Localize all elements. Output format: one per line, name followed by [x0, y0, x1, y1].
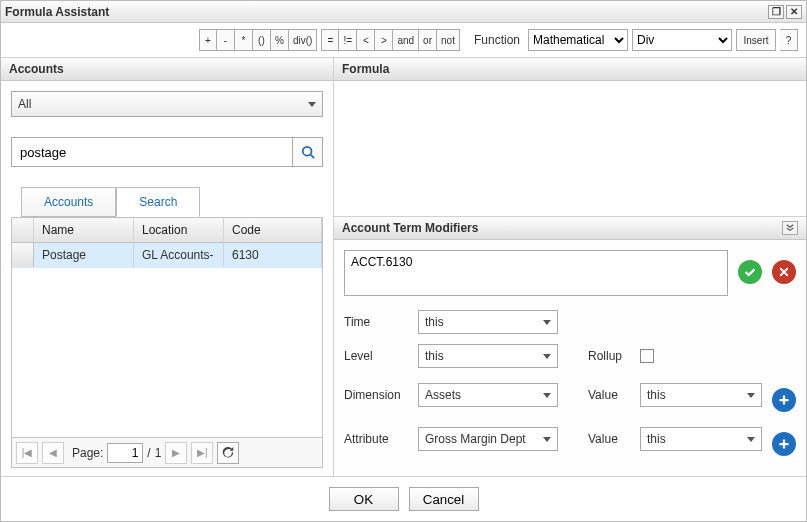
chevron-down-icon: [543, 393, 551, 398]
formula-header: Formula: [334, 58, 806, 81]
time-select[interactable]: this: [418, 310, 558, 334]
chevron-down-icon: [747, 393, 755, 398]
add-dimension-button[interactable]: [772, 388, 796, 412]
accounts-header: Accounts: [1, 58, 333, 81]
formula-toolbar: + - * () % div() = != < > and or not Fun…: [199, 29, 798, 51]
refresh-icon: [222, 447, 234, 459]
tab-accounts[interactable]: Accounts: [21, 187, 116, 217]
search-button[interactable]: [293, 137, 323, 167]
help-button[interactable]: ?: [780, 29, 798, 51]
attribute-value2: this: [647, 432, 666, 446]
accounts-header-label: Accounts: [9, 62, 64, 76]
pager-sep: /: [147, 446, 150, 460]
level-label: Level: [344, 349, 408, 363]
chevron-down-icon: [543, 354, 551, 359]
cell-code: 6130: [224, 243, 322, 267]
level-select[interactable]: this: [418, 344, 558, 368]
formula-header-label: Formula: [342, 62, 389, 76]
pager-label: Page:: [72, 446, 103, 460]
dimension-value-select[interactable]: this: [640, 383, 762, 407]
pager-first-button[interactable]: |◀: [16, 442, 38, 464]
plus-icon: [778, 394, 790, 406]
pager-refresh-button[interactable]: [217, 442, 239, 464]
maximize-button[interactable]: ❐: [768, 5, 784, 19]
function-group-select[interactable]: Mathematical: [528, 29, 628, 51]
chevron-down-icon: [747, 437, 755, 442]
accounts-grid: Name Location Code Postage GL Accounts- …: [11, 217, 323, 468]
svg-line-1: [310, 155, 314, 159]
col-code[interactable]: Code: [224, 218, 322, 242]
collapse-modifiers-button[interactable]: [782, 221, 798, 235]
pager-current-input[interactable]: [107, 443, 143, 463]
check-icon: [743, 265, 757, 279]
col-name[interactable]: Name: [34, 218, 134, 242]
op-mult-button[interactable]: *: [235, 29, 253, 51]
ok-button[interactable]: OK: [329, 487, 399, 511]
insert-function-button[interactable]: Insert: [736, 29, 776, 51]
chevron-down-icon: [543, 320, 551, 325]
cmp-gt-button[interactable]: >: [375, 29, 393, 51]
attribute-label: Attribute: [344, 432, 408, 446]
close-button[interactable]: ✕: [786, 5, 802, 19]
pager-last-button[interactable]: ▶|: [191, 442, 213, 464]
rollup-label: Rollup: [588, 349, 630, 363]
pager-prev-button[interactable]: ◀: [42, 442, 64, 464]
plus-icon: [778, 438, 790, 450]
pager-next-button[interactable]: ▶: [165, 442, 187, 464]
dimension-value2: this: [647, 388, 666, 402]
function-name-select[interactable]: Div: [632, 29, 732, 51]
tab-search[interactable]: Search: [116, 187, 200, 217]
op-paren-button[interactable]: (): [253, 29, 271, 51]
col-location[interactable]: Location: [134, 218, 224, 242]
cmp-not-button[interactable]: not: [437, 29, 460, 51]
cancel-term-button[interactable]: [772, 260, 796, 284]
time-label: Time: [344, 315, 408, 329]
pager-total: 1: [155, 446, 162, 460]
titlebar: Formula Assistant ❐ ✕: [1, 1, 806, 23]
cmp-neq-button[interactable]: !=: [339, 29, 357, 51]
level-value: this: [425, 349, 444, 363]
time-value: this: [425, 315, 444, 329]
attribute-value-select[interactable]: this: [640, 427, 762, 451]
window-title: Formula Assistant: [5, 5, 109, 19]
op-plus-button[interactable]: +: [199, 29, 217, 51]
confirm-term-button[interactable]: [738, 260, 762, 284]
add-attribute-button[interactable]: [772, 432, 796, 456]
op-minus-button[interactable]: -: [217, 29, 235, 51]
svg-point-0: [302, 147, 311, 156]
cmp-or-button[interactable]: or: [419, 29, 437, 51]
cmp-eq-button[interactable]: =: [321, 29, 339, 51]
cancel-button[interactable]: Cancel: [409, 487, 479, 511]
function-label: Function: [474, 33, 520, 47]
cell-name: Postage: [34, 243, 134, 267]
modifiers-header-label: Account Term Modifiers: [342, 221, 478, 235]
formula-editor[interactable]: [334, 81, 806, 217]
dimension-value: Assets: [425, 388, 461, 402]
op-div-button[interactable]: div(): [289, 29, 317, 51]
x-icon: [778, 266, 790, 278]
formula-assistant-window: Formula Assistant ❐ ✕ + - * () % div() =…: [0, 0, 807, 522]
account-search-input[interactable]: [11, 137, 293, 167]
cell-location: GL Accounts-: [134, 243, 224, 267]
table-row[interactable]: Postage GL Accounts- 6130: [12, 243, 322, 268]
cmp-lt-button[interactable]: <: [357, 29, 375, 51]
account-scope-select[interactable]: All: [11, 91, 323, 117]
op-percent-button[interactable]: %: [271, 29, 289, 51]
operator-group: + - * () % div(): [199, 29, 317, 51]
chevron-double-down-icon: [786, 224, 794, 232]
search-icon: [301, 145, 315, 159]
compare-group: = != < > and or not: [321, 29, 460, 51]
attribute-select[interactable]: Gross Margin Dept: [418, 427, 558, 451]
modifiers-header: Account Term Modifiers: [334, 217, 806, 240]
cmp-and-button[interactable]: and: [393, 29, 419, 51]
account-scope-value: All: [18, 97, 31, 111]
pager: |◀ ◀ Page: / 1 ▶ ▶|: [12, 437, 322, 467]
dim-value-label: Value: [588, 388, 630, 402]
dimension-label: Dimension: [344, 388, 408, 402]
dimension-select[interactable]: Assets: [418, 383, 558, 407]
account-term-input[interactable]: ACCT.6130: [344, 250, 728, 296]
rollup-checkbox[interactable]: [640, 349, 654, 363]
attr-value-label: Value: [588, 432, 630, 446]
chevron-down-icon: [543, 437, 551, 442]
chevron-down-icon: [308, 102, 316, 107]
